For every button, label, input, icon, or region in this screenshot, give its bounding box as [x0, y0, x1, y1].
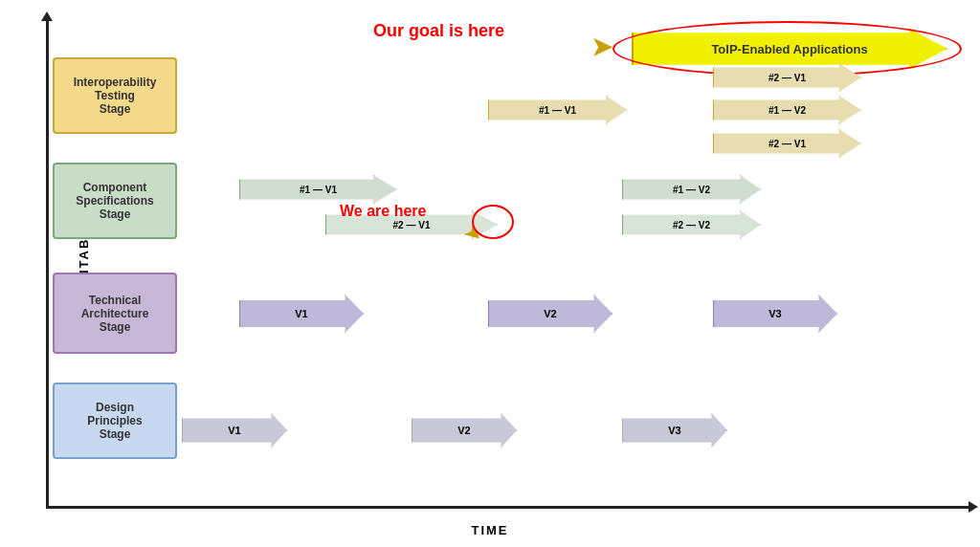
stage-technical-label: TechnicalArchitectureStage	[81, 294, 149, 334]
stage-interop-box: InteroperabilityTestingStage	[53, 57, 177, 134]
technical-v2-label: V2	[544, 308, 556, 319]
interop-top-arrow: #2 — V1	[713, 63, 861, 92]
interop-top-label: #2 — V1	[768, 73, 806, 83]
technical-v3-arrow: V3	[713, 295, 837, 333]
interop-r1-a2-arrow: #1 — V2	[713, 96, 861, 124]
interop-r1-a1-label: #1 — V1	[539, 105, 576, 116]
design-v1-arrow: V1	[182, 413, 287, 448]
x-axis-arrow	[969, 501, 978, 513]
stage-design-box: DesignPrinciplesStage	[53, 383, 177, 459]
component-r2-a2-arrow: #2 — V2	[622, 210, 761, 239]
stage-component-label: ComponentSpecificationsStage	[76, 181, 153, 221]
component-r2-a2-label: #2 — V2	[673, 220, 710, 230]
technical-v1-label: V1	[295, 308, 307, 319]
goal-arrow-icon: ➤	[591, 33, 612, 62]
interop-r1-a1-arrow: #1 — V1	[488, 96, 627, 124]
y-axis-arrow	[41, 11, 53, 21]
stage-technical-box: TechnicalArchitectureStage	[53, 273, 177, 354]
stage-design-label: DesignPrinciplesStage	[87, 401, 142, 441]
stage-component-box: ComponentSpecificationsStage	[53, 163, 177, 239]
x-axis	[46, 506, 970, 509]
design-v1-label: V1	[228, 425, 240, 436]
technical-v1-arrow: V1	[239, 295, 364, 333]
component-r2-a1-label: #2 — V1	[393, 220, 431, 230]
x-axis-label: TIME	[471, 523, 508, 537]
design-v3-label: V3	[668, 425, 680, 436]
design-v3-arrow: V3	[622, 413, 727, 448]
y-axis	[46, 19, 49, 509]
stage-interop-label: InteroperabilityTestingStage	[74, 76, 157, 116]
interop-r1-a2-label: #1 — V2	[768, 105, 806, 116]
we-here-circle	[472, 205, 514, 239]
main-container: IMPLEMENTABILITY TIME InteroperabilityTe…	[0, 0, 980, 547]
component-r1-a2-label: #1 — V2	[673, 185, 710, 195]
interop-r2-a1-arrow: #2 — V1	[713, 129, 861, 158]
technical-v2-arrow: V2	[488, 295, 612, 333]
technical-v3-label: V3	[768, 308, 781, 319]
design-v2-label: V2	[457, 425, 470, 436]
component-r1-a2-arrow: #1 — V2	[622, 175, 761, 204]
goal-label: Our goal is here	[373, 21, 504, 41]
interop-r2-a1-label: #2 — V1	[768, 139, 806, 149]
we-are-here-label: We are here	[340, 203, 426, 220]
component-r1-a1-arrow: #1 — V1	[239, 175, 397, 204]
design-v2-arrow: V2	[412, 413, 517, 448]
component-r1-a1-label: #1 — V1	[300, 185, 337, 195]
